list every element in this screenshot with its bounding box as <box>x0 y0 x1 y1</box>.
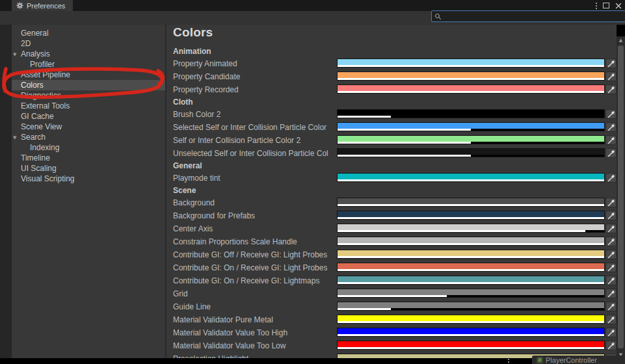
color-swatch[interactable] <box>337 109 605 118</box>
eyedropper-button[interactable] <box>605 109 617 119</box>
maximize-button[interactable] <box>603 3 609 8</box>
color-swatch[interactable] <box>337 341 605 350</box>
color-swatch[interactable] <box>337 135 605 144</box>
sidebar-item-scene-view[interactable]: Scene View <box>12 122 165 132</box>
color-swatch[interactable] <box>337 276 605 285</box>
alpha-bar <box>338 295 604 297</box>
alpha-bar <box>338 334 604 336</box>
sidebar-item-external-tools[interactable]: External Tools <box>12 101 165 111</box>
color-row-label: Brush Color 2 <box>173 108 337 121</box>
eyedropper-button[interactable] <box>605 341 617 350</box>
sidebar-item-indexing[interactable]: Indexing <box>12 142 165 153</box>
color-row-background: Background <box>166 196 617 209</box>
chevron-down-icon[interactable]: ▼ <box>13 49 16 60</box>
window-titlebar: Preferences <box>0 0 625 11</box>
sidebar-item-colors[interactable]: Colors <box>12 80 165 90</box>
more-menu-button[interactable] <box>596 3 597 9</box>
color-row-material-validator-value-too-high: Material Validator Value Too High <box>166 326 617 339</box>
color-swatch[interactable] <box>337 237 605 246</box>
color-row-contribute-gi-on-receive-gi-lightmaps: Contribute GI: On / Receive GI: Lightmap… <box>166 274 617 287</box>
sidebar-item-diagnostics[interactable]: Diagnostics <box>12 90 165 101</box>
sidebar-item-analysis[interactable]: ▼Analysis <box>12 49 165 59</box>
player-controller-tab[interactable]: # PlayerController <box>532 356 625 364</box>
eyedropper-button[interactable] <box>605 173 617 183</box>
sidebar-item-general[interactable]: General <box>12 28 165 38</box>
section-header-general: General <box>166 160 617 172</box>
sidebar-item-timeline[interactable]: Timeline <box>12 153 165 163</box>
color-row-selected-self-or-inter-collision-particle-color: Selected Self or Inter Collision Particl… <box>166 121 617 134</box>
eyedropper-button[interactable] <box>605 263 617 272</box>
vertical-scrollbar[interactable]: ▲ ▼ <box>617 36 625 359</box>
color-swatch[interactable] <box>337 250 605 259</box>
eyedropper-button[interactable] <box>605 122 617 132</box>
settings-nav: General2D▼AnalysisProfilerAsset Pipeline… <box>12 25 165 358</box>
color-swatch[interactable] <box>337 198 605 207</box>
alpha-bar <box>338 347 604 349</box>
sidebar-item-gi-cache[interactable]: GI Cache <box>12 111 165 122</box>
color-row-contribute-gi-on-receive-gi-light-probes: Contribute GI: On / Receive GI: Light Pr… <box>166 261 617 274</box>
statusbar-more-icon[interactable] <box>508 356 509 363</box>
color-swatch[interactable] <box>337 302 605 311</box>
sidebar-item-profiler[interactable]: Profiler <box>12 59 165 70</box>
eyedropper-button[interactable] <box>605 302 617 311</box>
color-swatch[interactable] <box>337 148 605 157</box>
eyedropper-button[interactable] <box>605 224 617 233</box>
alpha-bar <box>338 282 604 284</box>
color-swatch[interactable] <box>337 173 605 182</box>
color-swatch[interactable] <box>337 328 605 337</box>
background-strip <box>0 358 625 364</box>
alpha-bar <box>338 204 604 206</box>
eyedropper-button[interactable] <box>605 198 617 207</box>
search-field[interactable] <box>431 10 625 22</box>
sidebar-item-2d[interactable]: 2D <box>12 38 165 49</box>
section-header-scene: Scene <box>166 185 617 196</box>
eyedropper-button[interactable] <box>605 237 617 246</box>
color-swatch[interactable] <box>337 84 605 94</box>
eyedropper-button[interactable] <box>605 84 617 94</box>
gear-icon <box>16 0 23 12</box>
eyedropper-button[interactable] <box>605 315 617 324</box>
chevron-down-icon[interactable]: ▼ <box>13 133 16 143</box>
color-swatch[interactable] <box>337 211 605 220</box>
color-row-label: Unselected Self or Inter Collision Parti… <box>173 147 337 160</box>
eyedropper-button[interactable] <box>605 328 617 337</box>
color-row-label: Property Candidate <box>173 70 337 83</box>
color-swatch[interactable] <box>337 122 605 131</box>
eyedropper-button[interactable] <box>605 72 617 81</box>
eyedropper-button[interactable] <box>605 289 617 298</box>
sidebar-item-label: Visual Scripting <box>21 174 75 183</box>
eyedropper-button[interactable] <box>605 148 617 158</box>
search-input[interactable] <box>442 11 625 21</box>
eyedropper-button[interactable] <box>605 211 617 220</box>
color-row-background-for-prefabs: Background for Prefabs <box>166 209 617 222</box>
scrollbar-thumb[interactable] <box>618 46 624 348</box>
sidebar-item-asset-pipeline[interactable]: Asset Pipeline <box>12 70 165 80</box>
colors-settings-panel: Colors AnimationProperty AnimatedPropert… <box>166 25 617 359</box>
alpha-bar <box>338 65 604 67</box>
color-swatch[interactable] <box>337 72 605 81</box>
eyedropper-button[interactable] <box>605 276 617 285</box>
alpha-bar <box>338 179 604 181</box>
color-row-label: Material Validator Pure Metal <box>173 313 337 326</box>
eyedropper-button[interactable] <box>605 250 617 259</box>
sidebar-item-label: Profiler <box>30 60 55 69</box>
alpha-bar <box>338 308 604 310</box>
color-swatch[interactable] <box>337 263 605 272</box>
color-swatch[interactable] <box>337 58 605 68</box>
color-swatch[interactable] <box>337 224 605 233</box>
sidebar-item-ui-scaling[interactable]: UI Scaling <box>12 163 165 174</box>
scroll-up-arrow-icon[interactable]: ▲ <box>617 36 625 44</box>
color-row-label: Guide Line <box>173 300 337 313</box>
color-row-label: Selected Self or Inter Collision Particl… <box>173 121 337 134</box>
color-row-playmode-tint: Playmode tint <box>166 172 617 185</box>
close-button[interactable] <box>615 3 622 9</box>
color-swatch[interactable] <box>337 289 605 298</box>
color-swatch[interactable] <box>337 315 605 324</box>
alpha-bar <box>338 142 604 144</box>
sidebar-item-search[interactable]: ▼Search <box>12 132 165 142</box>
sidebar-item-visual-scripting[interactable]: Visual Scripting <box>12 174 165 184</box>
color-row-label: Background <box>173 196 337 209</box>
eyedropper-button[interactable] <box>605 135 617 145</box>
preferences-tab[interactable]: Preferences <box>12 0 73 11</box>
eyedropper-button[interactable] <box>605 58 617 68</box>
